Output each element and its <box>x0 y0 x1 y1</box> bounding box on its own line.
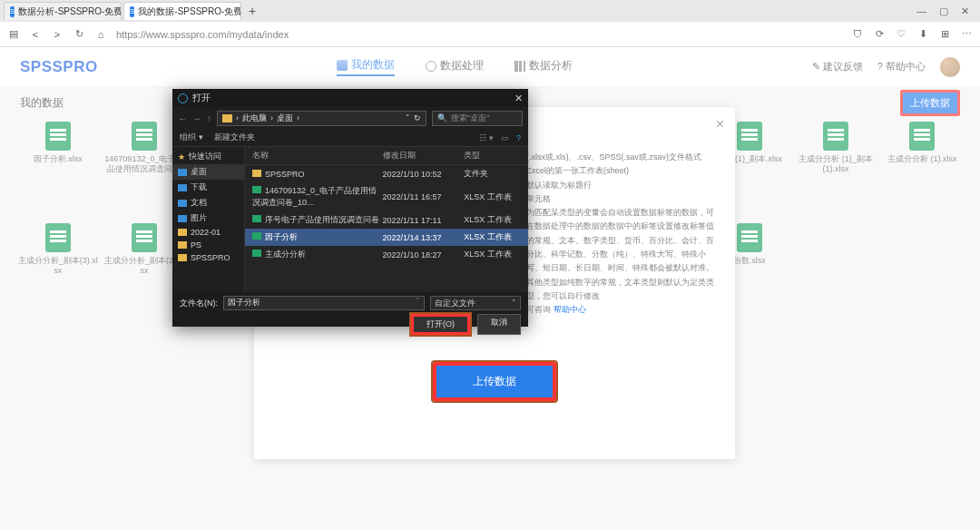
user-avatar[interactable] <box>940 57 960 77</box>
new-tab-button[interactable]: + <box>243 2 261 20</box>
tip-line: 单元格 <box>526 192 719 206</box>
dialog-close-icon[interactable]: ✕ <box>514 93 523 104</box>
refresh-icon[interactable]: ↻ <box>414 113 421 122</box>
heart-icon[interactable]: ♡ <box>895 28 907 40</box>
dialog-sidebar: ★快速访问桌面下载文档图片2022-01PSSPSSPRO <box>172 147 245 292</box>
nav-forward-icon[interactable]: → <box>192 113 201 123</box>
path-seg[interactable]: 桌面 <box>277 113 293 124</box>
browser-tab-active[interactable]: S我的数据-SPSSPRO-免费专业的 <box>123 2 241 20</box>
file-row[interactable]: 因子分析2022/1/14 13:37XLSX 工作表 <box>245 229 528 246</box>
help-icon[interactable]: ? <box>516 133 521 142</box>
file-item <box>794 223 877 276</box>
nav-dataanalysis[interactable]: 数据分析 <box>514 57 573 76</box>
folder-icon <box>178 229 187 236</box>
xlsx-icon <box>252 186 261 193</box>
file-item <box>881 223 964 276</box>
shield-icon[interactable]: ⛉ <box>851 29 864 40</box>
file-row[interactable]: 146709132_0_电子产品使用情况调查问卷_10…2022/1/11 16… <box>245 182 528 211</box>
nav-back-icon[interactable]: < <box>29 29 42 40</box>
tip-line: 为匹配某类型的变量会自动设置数据标签的数据，可在数据处理中的数据的数据中的标签设… <box>526 206 719 234</box>
nav-refresh-icon[interactable]: ↻ <box>73 28 85 40</box>
sync-icon[interactable]: ⟳ <box>873 28 886 40</box>
path-seg: › <box>270 113 273 122</box>
file-item[interactable]: 主成分分析_副本(3).xlsx <box>16 223 99 276</box>
sidebar-item[interactable]: ★快速访问 <box>172 149 244 164</box>
col-type[interactable]: 类型 <box>464 150 521 162</box>
upload-data-modal-button[interactable]: 上传数据 <box>433 362 556 401</box>
sidebar-item[interactable]: 2022-01 <box>172 226 244 239</box>
header-right: ✎ 建议反馈 ? 帮助中心 <box>812 57 960 77</box>
nav-dataprocess[interactable]: 数据处理 <box>426 57 484 76</box>
xlsx-icon <box>45 223 71 252</box>
site-logo[interactable]: SPSSPRO <box>20 58 98 76</box>
folder-icon <box>178 241 187 249</box>
nav-up-icon[interactable]: ↑ <box>207 113 211 123</box>
chevron-down-icon[interactable]: ˅ <box>406 113 410 122</box>
path-seg: › <box>236 113 239 122</box>
tip-line: Excel的第一张工作表(sheet) <box>526 164 719 178</box>
sidebar-item[interactable]: 下载 <box>172 180 244 195</box>
sidebar-item[interactable]: 文档 <box>172 195 244 211</box>
tip-line: 默认读取为标题行 <box>526 179 719 192</box>
file-row[interactable]: 序号电子产品使用情况调查问卷2022/1/11 17:11XLSX 工作表 <box>245 211 528 229</box>
file-item[interactable]: 因子分析.xlsx <box>16 122 99 174</box>
file-row[interactable]: SPSSPRO2022/1/10 10:52文件夹 <box>245 165 528 182</box>
extension-icon[interactable]: ⊞ <box>938 28 951 40</box>
top-nav: 我的数据 数据处理 数据分析 <box>337 57 573 76</box>
xlsx-icon <box>252 250 261 257</box>
file-row[interactable]: 主成分分析2022/1/10 18:27XLSX 工作表 <box>245 246 528 263</box>
dialog-file-list: 名称 修改日期 类型 SPSSPRO2022/1/10 10:52文件夹1467… <box>245 147 528 292</box>
window-close-icon[interactable]: ✕ <box>961 5 969 17</box>
sidebar-item[interactable]: PS <box>172 239 244 251</box>
more-icon[interactable]: ⋯ <box>960 28 973 40</box>
search-placeholder: 搜索"桌面" <box>451 113 489 124</box>
path-breadcrumb[interactable]: › 此电脑 › 桌面 › ˅ ↻ <box>217 111 426 126</box>
filename-input[interactable]: 因子分析˅ <box>223 296 425 310</box>
sidebar-item[interactable]: 桌面 <box>172 164 244 180</box>
upload-tips: (.xlsx或.xls)、.csv、SPSS(.sav或.zsav)文件格式Ex… <box>526 151 719 318</box>
xlsx-icon <box>737 122 762 151</box>
file-item[interactable]: 主成分分析 (1).xlsx <box>881 122 964 174</box>
download-icon[interactable]: ⬇ <box>916 28 929 40</box>
folder-icon <box>222 114 232 122</box>
col-name[interactable]: 名称 <box>252 150 383 162</box>
filetype-select[interactable]: 自定义文件˅ <box>430 296 521 310</box>
sidebar-item[interactable]: SPSSPRO <box>172 251 244 264</box>
xlsx-icon <box>737 223 762 252</box>
tab-label: 数据分析-SPSSPRO-免费专业的 <box>18 5 122 18</box>
nav-home-icon[interactable]: ⌂ <box>94 29 107 40</box>
file-name: 份数.xlsx <box>733 256 766 266</box>
path-seg[interactable]: 此电脑 <box>242 113 267 124</box>
close-icon[interactable]: × <box>716 116 724 132</box>
sidebar-item[interactable]: 图片 <box>172 211 244 226</box>
nav-mydata[interactable]: 我的数据 <box>337 57 395 76</box>
new-folder-button[interactable]: 新建文件夹 <box>214 132 255 143</box>
tip-line: (.xlsx或.xls)、.csv、SPSS(.sav或.zsav)文件格式 <box>526 151 719 164</box>
url-text[interactable]: https://www.spsspro.com/mydata/index <box>116 29 842 40</box>
dialog-search-input[interactable]: 🔍搜索"桌面" <box>432 111 523 126</box>
os-open-dialog: 打开 ✕ ← → ↑ › 此电脑 › 桌面 › ˅ ↻ 🔍搜索"桌面" 组织 ▾… <box>172 89 528 327</box>
view-icon[interactable]: ☷ ▾ <box>479 133 494 142</box>
window-maximize-icon[interactable]: ▢ <box>939 5 948 17</box>
dialog-title: 打开 <box>192 92 211 104</box>
nav-label: 数据处理 <box>440 58 484 73</box>
help-link[interactable]: ? 帮助中心 <box>877 60 926 73</box>
dialog-cancel-button[interactable]: 取消 <box>477 314 521 335</box>
help-center-link[interactable]: 帮助中心 <box>554 305 586 314</box>
xlsx-icon <box>823 122 848 151</box>
nav-label: 数据分析 <box>529 58 573 73</box>
nav-back-icon[interactable]: ← <box>178 113 187 123</box>
menu-icon[interactable]: ▤ <box>7 28 20 40</box>
col-date[interactable]: 修改日期 <box>383 150 465 162</box>
window-minimize-icon[interactable]: — <box>916 5 926 17</box>
xlsx-icon <box>252 215 261 222</box>
file-item[interactable]: 主成分分析 (1)_副本 (1).xlsx <box>794 122 877 174</box>
preview-icon[interactable]: ▭ <box>501 133 509 142</box>
dialog-open-button[interactable]: 打开(O) <box>411 314 470 335</box>
organize-menu[interactable]: 组织 ▾ <box>180 132 203 143</box>
upload-data-button[interactable]: 上传数据 <box>900 90 960 116</box>
feedback-link[interactable]: ✎ 建议反馈 <box>812 60 863 73</box>
folder-icon <box>178 169 187 176</box>
browser-tab[interactable]: S数据分析-SPSSPRO-免费专业的 <box>4 2 122 20</box>
nav-forward-icon[interactable]: > <box>51 29 64 40</box>
